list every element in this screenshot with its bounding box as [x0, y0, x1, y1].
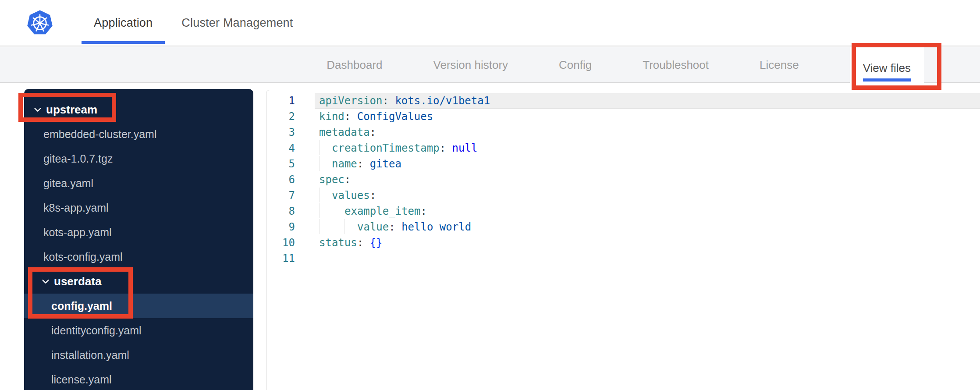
tree-file-installation-yaml[interactable]: installation.yaml — [24, 343, 253, 367]
line-number: 11 — [266, 251, 315, 266]
token-punc: : — [370, 126, 376, 138]
line-number: 7 — [266, 188, 315, 203]
line-content: metadata: — [315, 124, 980, 140]
code-line: 3 metadata: — [266, 124, 980, 140]
file-tree-sidebar: upstream embedded-cluster.yaml gitea-1.0… — [24, 89, 253, 390]
token-val: ConfigValues — [357, 110, 433, 123]
token-val: hello world — [401, 221, 471, 233]
token-punc: : — [383, 95, 395, 107]
tree-file-license-yaml[interactable]: license.yaml — [24, 367, 253, 390]
token-key: metadata — [319, 126, 370, 138]
token-null: null — [452, 142, 478, 154]
line-content: spec: — [315, 172, 980, 188]
subnav-item-config[interactable]: Config — [559, 47, 592, 82]
tree-file-embedded-cluster-yaml[interactable]: embedded-cluster.yaml — [24, 122, 253, 146]
indent-guide — [332, 219, 344, 234]
token-val: gitea — [370, 158, 401, 170]
token-key: value — [357, 221, 389, 233]
code-line: 7 values: — [266, 188, 980, 203]
line-number: 10 — [266, 235, 315, 251]
token-key: example_item — [344, 205, 420, 217]
token-punc: : — [344, 110, 357, 123]
code-line: 9 value: hello world — [266, 219, 980, 235]
indent-guide — [319, 156, 332, 171]
line-number: 9 — [266, 219, 315, 235]
tree-file-gitea-yaml[interactable]: gitea.yaml — [24, 171, 253, 195]
top-bar: ApplicationCluster Management — [0, 0, 980, 46]
subnav-bar: DashboardVersion historyConfigTroublesho… — [0, 47, 980, 83]
subnav-item-dashboard[interactable]: Dashboard — [327, 47, 382, 82]
line-number: 2 — [266, 109, 315, 124]
code-line: 4 creationTimestamp: null — [266, 140, 980, 156]
tree-folder-userdata[interactable]: userdata — [24, 269, 253, 294]
token-key: kind — [319, 110, 344, 123]
tree-file-config-yaml[interactable]: config.yaml — [24, 294, 253, 318]
tree-file-gitea-1-0-7-tgz[interactable]: gitea-1.0.7.tgz — [24, 146, 253, 171]
top-tab-bar: ApplicationCluster Management — [82, 0, 305, 46]
line-number: 1 — [266, 93, 315, 109]
token-val: kots.io/v1beta1 — [395, 95, 490, 107]
token-key: spec — [319, 174, 344, 186]
line-content: example_item: — [315, 203, 980, 219]
token-key: apiVersion — [319, 95, 383, 107]
code-line: 10 status: {} — [266, 235, 980, 251]
line-number: 4 — [266, 140, 315, 156]
tree-file-identityconfig-yaml[interactable]: identityconfig.yaml — [24, 318, 253, 343]
kubernetes-logo — [27, 10, 53, 37]
indent-guide — [319, 140, 332, 155]
token-bracket: {} — [370, 237, 383, 249]
chevron-down-icon — [33, 105, 43, 114]
line-content: kind: ConfigValues — [315, 109, 980, 124]
line-content: creationTimestamp: null — [315, 140, 980, 156]
subnav-item-view-files[interactable]: View files — [850, 47, 924, 89]
token-punc: : — [440, 142, 452, 154]
line-number: 8 — [266, 203, 315, 219]
tree-folder-upstream[interactable]: upstream — [24, 97, 253, 122]
token-punc: : — [420, 205, 426, 217]
line-number: 3 — [266, 124, 315, 140]
line-content: apiVersion: kots.io/v1beta1 — [315, 93, 980, 109]
tree-file-kots-app-yaml[interactable]: kots-app.yaml — [24, 220, 253, 245]
code-line: 11 — [266, 251, 980, 266]
indent-guide — [319, 203, 332, 218]
tree-file-k8s-app-yaml[interactable]: k8s-app.yaml — [24, 195, 253, 220]
line-content: name: gitea — [315, 156, 980, 172]
token-key: status — [319, 237, 357, 249]
indent-guide — [319, 188, 332, 202]
token-key: name — [332, 158, 357, 170]
line-content: status: {} — [315, 235, 980, 251]
token-punc: : — [344, 174, 351, 186]
tree-file-kots-config-yaml[interactable]: kots-config.yaml — [24, 245, 253, 269]
line-content — [315, 251, 980, 266]
subnav-item-troubleshoot[interactable]: Troubleshoot — [643, 47, 709, 82]
line-number: 5 — [266, 156, 315, 172]
token-key: values — [332, 189, 370, 202]
top-tab-cluster-management[interactable]: Cluster Management — [169, 0, 305, 46]
code-line: 2 kind: ConfigValues — [266, 109, 980, 124]
code-line: 8 example_item: — [266, 203, 980, 219]
kots-admin-console: ApplicationCluster Management DashboardV… — [0, 0, 980, 390]
code-line: 6 spec: — [266, 172, 980, 188]
code-line: 5 name: gitea — [266, 156, 980, 172]
code-editor[interactable]: 1 apiVersion: kots.io/v1beta1 2 kind: Co… — [266, 90, 980, 390]
line-content: values: — [315, 188, 980, 203]
top-tab-application[interactable]: Application — [82, 0, 165, 46]
token-punc: : — [370, 189, 376, 202]
indent-guide — [319, 219, 332, 234]
line-content: value: hello world — [315, 219, 980, 235]
code-line: 1 apiVersion: kots.io/v1beta1 — [266, 93, 980, 109]
subnav-item-license[interactable]: License — [760, 47, 799, 82]
indent-guide — [344, 219, 357, 234]
token-punc: : — [357, 158, 370, 170]
line-number: 6 — [266, 172, 315, 188]
token-punc: : — [357, 237, 370, 249]
indent-guide — [332, 203, 344, 218]
token-key: creationTimestamp — [332, 142, 440, 154]
subnav-item-version-history[interactable]: Version history — [433, 47, 508, 82]
chevron-down-icon — [41, 277, 50, 286]
token-punc: : — [389, 221, 401, 233]
